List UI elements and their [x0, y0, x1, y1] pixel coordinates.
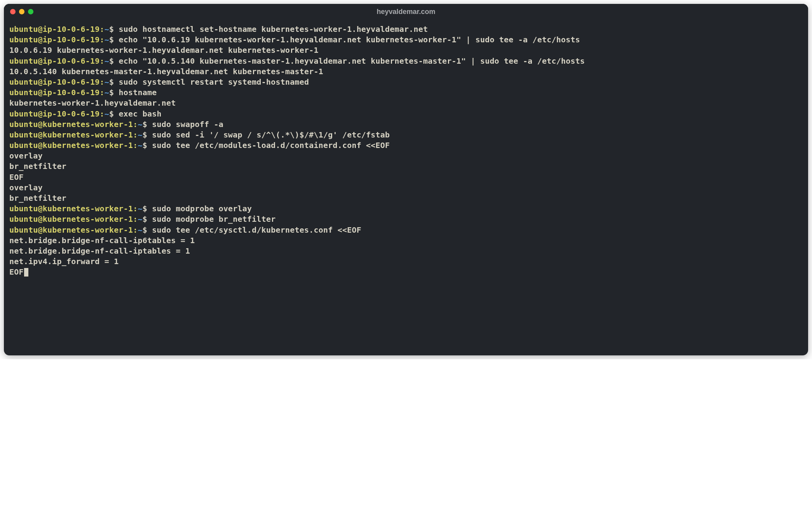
prompt-path: ~: [138, 204, 143, 213]
prompt-path: ~: [138, 141, 143, 150]
prompt-sigil: $: [109, 77, 118, 87]
command-6: exec bash: [119, 109, 162, 118]
prompt-user: ubuntu@ip-10-0-6-19: [9, 109, 100, 118]
prompt-user: ubuntu@kubernetes-worker-1: [9, 225, 133, 235]
output-3: 10.0.5.140 kubernetes-master-1.heyvaldem…: [9, 66, 803, 77]
prompt-sep: :: [133, 120, 138, 129]
terminal-body[interactable]: ubuntu@ip-10-0-6-19:~$ sudo hostnamectl …: [4, 19, 808, 355]
command-5: hostname: [119, 88, 157, 97]
command-7: sudo swapoff -a: [152, 120, 223, 129]
prompt-path: ~: [138, 214, 143, 224]
prompt-user: ubuntu@kubernetes-worker-1: [9, 141, 133, 150]
prompt-path: ~: [105, 35, 109, 44]
command-4: sudo systemctl restart systemd-hostnamed: [119, 77, 309, 87]
prompt-sigil: $: [109, 109, 118, 118]
prompt-sigil: $: [143, 141, 152, 150]
prompt-sep: :: [100, 77, 105, 87]
window-title: heyvaldemar.com: [376, 8, 435, 16]
heredoc-input-9b: br_netfilter: [9, 161, 803, 172]
prompt-sigil: $: [109, 24, 118, 34]
prompt-sep: :: [133, 141, 138, 150]
prompt-path: ~: [138, 120, 143, 129]
prompt-sep: :: [100, 109, 105, 118]
output-9a: overlay: [9, 183, 803, 193]
prompt-sep: :: [133, 214, 138, 224]
prompt-path: ~: [105, 88, 109, 97]
output-9b: br_netfilter: [9, 193, 803, 204]
command-9: sudo tee /etc/modules-load.d/containerd.…: [152, 141, 390, 150]
prompt-sigil: $: [143, 204, 152, 213]
command-12: sudo tee /etc/sysctl.d/kubernetes.conf <…: [152, 225, 361, 235]
terminal-window: heyvaldemar.com ubuntu@ip-10-0-6-19:~$ s…: [4, 4, 808, 355]
command-10: sudo modprobe overlay: [152, 204, 252, 213]
command-8: sudo sed -i '/ swap / s/^\(.*\)$/#\1/g' …: [152, 130, 390, 139]
prompt-user: ubuntu@ip-10-0-6-19: [9, 77, 100, 87]
prompt-user: ubuntu@ip-10-0-6-19: [9, 24, 100, 34]
prompt-user: ubuntu@kubernetes-worker-1: [9, 130, 133, 139]
prompt-user: ubuntu@kubernetes-worker-1: [9, 204, 133, 213]
prompt-sep: :: [133, 204, 138, 213]
close-button[interactable]: [10, 9, 16, 14]
prompt-sigil: $: [143, 120, 152, 129]
heredoc-input-12c: net.ipv4.ip_forward = 1: [9, 256, 803, 267]
prompt-sigil: $: [143, 130, 152, 139]
prompt-sep: :: [100, 56, 105, 66]
prompt-sep: :: [100, 24, 105, 34]
command-3: echo "10.0.5.140 kubernetes-master-1.hey…: [119, 56, 585, 66]
title-bar: heyvaldemar.com: [4, 4, 808, 19]
prompt-user: ubuntu@ip-10-0-6-19: [9, 35, 100, 44]
prompt-path: ~: [105, 56, 109, 66]
prompt-user: ubuntu@kubernetes-worker-1: [9, 214, 133, 224]
prompt-sigil: $: [109, 88, 118, 97]
cursor: [24, 268, 28, 277]
prompt-sigil: $: [109, 35, 118, 44]
output-5: kubernetes-worker-1.heyvaldemar.net: [9, 98, 803, 108]
heredoc-input-12d: EOF: [9, 267, 24, 277]
window-controls: [10, 9, 33, 14]
heredoc-input-9a: overlay: [9, 151, 803, 161]
prompt-sep: :: [133, 130, 138, 139]
prompt-sep: :: [133, 225, 138, 235]
minimize-button[interactable]: [19, 9, 24, 14]
heredoc-input-12b: net.bridge.bridge-nf-call-iptables = 1: [9, 246, 803, 256]
prompt-path: ~: [105, 109, 109, 118]
command-1: sudo hostnamectl set-hostname kubernetes…: [119, 24, 428, 34]
prompt-sep: :: [100, 88, 105, 97]
prompt-user: ubuntu@ip-10-0-6-19: [9, 56, 100, 66]
maximize-button[interactable]: [28, 9, 33, 14]
prompt-sigil: $: [143, 214, 152, 224]
prompt-user: ubuntu@ip-10-0-6-19: [9, 88, 100, 97]
heredoc-input-12a: net.bridge.bridge-nf-call-ip6tables = 1: [9, 235, 803, 246]
prompt-path: ~: [105, 24, 109, 34]
command-2: echo "10.0.6.19 kubernetes-worker-1.heyv…: [119, 35, 580, 44]
prompt-path: ~: [138, 130, 143, 139]
prompt-path: ~: [138, 225, 143, 235]
prompt-path: ~: [105, 77, 109, 87]
prompt-user: ubuntu@kubernetes-worker-1: [9, 120, 133, 129]
prompt-sigil: $: [143, 225, 152, 235]
output-2: 10.0.6.19 kubernetes-worker-1.heyvaldema…: [9, 45, 803, 56]
command-11: sudo modprobe br_netfilter: [152, 214, 275, 224]
heredoc-input-9c: EOF: [9, 172, 803, 183]
prompt-sigil: $: [109, 56, 118, 66]
prompt-sep: :: [100, 35, 105, 44]
